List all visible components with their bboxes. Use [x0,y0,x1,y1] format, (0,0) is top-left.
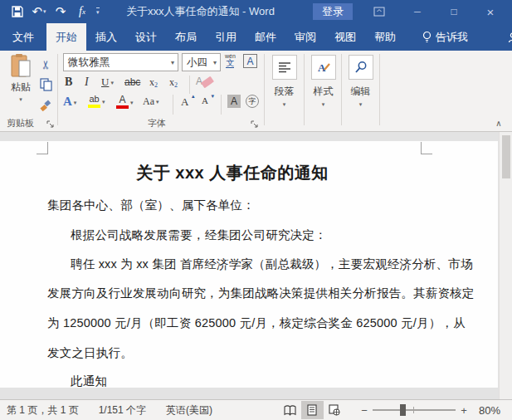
bold-button[interactable]: B [65,76,72,89]
paste-button[interactable]: 粘贴 ▾ [3,53,38,115]
tab-insert[interactable]: 插入 [86,23,126,51]
font-size-value: 小四 [183,56,210,70]
character-shading-button[interactable]: A [227,95,241,108]
cut-button[interactable]: ✂ [37,56,55,74]
shrink-font-button[interactable]: A▾ [202,95,208,105]
fx-button[interactable]: fx [73,2,91,22]
underline-button[interactable]: U ▾ [101,76,114,89]
document-line: 发文之日执行。 [47,345,437,361]
grow-font-button[interactable]: A▴ [181,95,188,109]
zoom-slider-thumb[interactable] [400,404,406,416]
zoom-in-button[interactable]: + [457,404,471,417]
phonetic-guide-button[interactable]: wén 文 [225,53,236,68]
web-layout-button[interactable] [324,401,346,419]
scrollbar-thumb[interactable] [502,135,510,178]
editing-group-button[interactable]: 编辑 ▾ [342,51,379,115]
tab-file[interactable]: 文件 [0,23,46,51]
word-count-status[interactable]: 1/151 个字 [99,403,146,418]
text-effects-icon: A [63,95,72,109]
undo-icon: ↶ [32,4,42,19]
paste-icon [10,53,32,78]
redo-icon: ↷ [56,4,66,19]
tab-design[interactable]: 设计 [126,23,166,51]
margin-crop-mark [421,142,422,154]
tab-references[interactable]: 引用 [206,23,246,51]
tell-me-button[interactable]: 告诉我 [413,23,477,51]
save-button[interactable] [8,2,27,22]
format-painter-button[interactable] [37,95,55,114]
document-line: 集团各中心、部（室）、属下各单位： [47,198,437,213]
tab-mailings[interactable]: 邮件 [246,23,285,51]
read-mode-icon [284,405,296,416]
character-border-icon: A [243,54,257,68]
undo-button[interactable]: ↶▾ [30,2,48,22]
change-case-button[interactable]: Aa ▾ [143,95,159,108]
enclose-characters-icon: 字 [246,95,259,108]
styles-icon: A [311,55,336,80]
tab-review[interactable]: 审阅 [285,23,325,51]
character-border-button[interactable]: A [243,54,257,68]
sign-in-button[interactable]: 登录 [313,3,353,20]
tell-me-label: 告诉我 [436,30,468,45]
font-color-button[interactable]: A ▾ [116,95,134,109]
font-dialog-launcher[interactable] [251,120,259,128]
shrink-font-icon: A▾ [202,95,208,105]
share-person-icon [508,32,512,43]
highlight-color-button[interactable]: ab ▾ [88,95,105,108]
superscript-button[interactable]: x2 [169,76,178,89]
collapse-ribbon-button[interactable]: ∧ [491,117,506,129]
maximize-button[interactable]: □ [440,0,468,23]
document-line: 发展方向及行业发展动向研究，为集团战略决策提供相关分析报告。其薪资核定 [47,286,437,301]
word-window: ↶▾ ↷ fx ▾ 关于xxx人事任命的通知 - Word 登录 ─ □ × 文… [0,0,512,420]
document-line: 聘任 xxx 为 xx 集团 首席经济学家（副总裁级），主要宏观经济分析、市场 [71,256,461,272]
zoom-slider-notch [413,407,414,413]
zoom-slider[interactable] [373,409,456,411]
group-separator [57,54,58,125]
paste-dropdown-caret[interactable]: ▾ [19,96,22,103]
quick-access-toolbar: ↶▾ ↷ fx ▾ [0,2,100,22]
font-group-label: 字体 [148,117,166,130]
text-effects-button[interactable]: A ▾ [63,95,76,109]
customize-qat-button[interactable]: ▾ [96,7,100,16]
web-layout-icon [329,404,340,416]
zoom-level[interactable]: 80% [479,404,500,417]
close-button[interactable]: × [476,0,505,23]
group-separator [264,54,265,125]
tab-layout[interactable]: 布局 [166,23,206,51]
status-bar: 第 1 页，共 1 页 1/151 个字 英语(美国) [0,399,512,420]
font-size-caret[interactable]: ▾ [210,59,220,66]
tab-help[interactable]: 帮助 [365,23,405,51]
zoom-out-button[interactable]: − [358,404,371,417]
group-separator [379,54,380,125]
print-layout-button[interactable] [301,401,324,419]
font-name-combobox[interactable]: 微软雅黑 ▾ [63,53,178,71]
read-mode-button[interactable] [279,401,301,419]
font-name-caret[interactable]: ▾ [168,59,178,66]
ribbon-display-options-button[interactable] [365,0,393,23]
tab-view[interactable]: 视图 [325,23,365,51]
redo-button[interactable]: ↷ [51,2,70,22]
subscript-button[interactable]: x2 [149,76,158,89]
undo-dropdown-caret[interactable]: ▾ [43,8,46,15]
phonetic-guide-icon: wén 文 [225,53,236,68]
strikethrough-button[interactable]: abc [124,76,140,88]
styles-group-button[interactable]: A 样式 ▾ [305,51,342,115]
page-number-status[interactable]: 第 1 页，共 1 页 [7,403,79,418]
share-button[interactable]: 共享 [499,23,512,51]
copy-button[interactable] [37,76,55,94]
minimize-button[interactable]: ─ [403,0,432,23]
tab-home[interactable]: 开始 [46,23,86,51]
document-line: 根据公司战略发展需要，经集团公司研究决定： [71,227,461,243]
clear-formatting-button[interactable]: A [196,76,216,90]
document-title: 关于 xxx 人事任命的通知 [0,162,465,184]
underline-caret[interactable]: ▾ [110,80,114,86]
font-size-combobox[interactable]: 小四 ▾ [182,53,221,71]
paragraph-group-button[interactable]: 段落 ▾ [266,51,303,115]
italic-button[interactable]: I [85,76,89,89]
svg-text:A: A [318,61,326,74]
language-status[interactable]: 英语(美国) [166,403,212,418]
enclose-characters-button[interactable]: 字 [246,95,259,108]
vertical-scrollbar[interactable] [499,132,512,399]
clipboard-dialog-launcher[interactable] [46,120,55,128]
document-area[interactable]: 关于 xxx 人事任命的通知 集团各中心、部（室）、属下各单位： 根据公司战略发… [0,132,512,399]
